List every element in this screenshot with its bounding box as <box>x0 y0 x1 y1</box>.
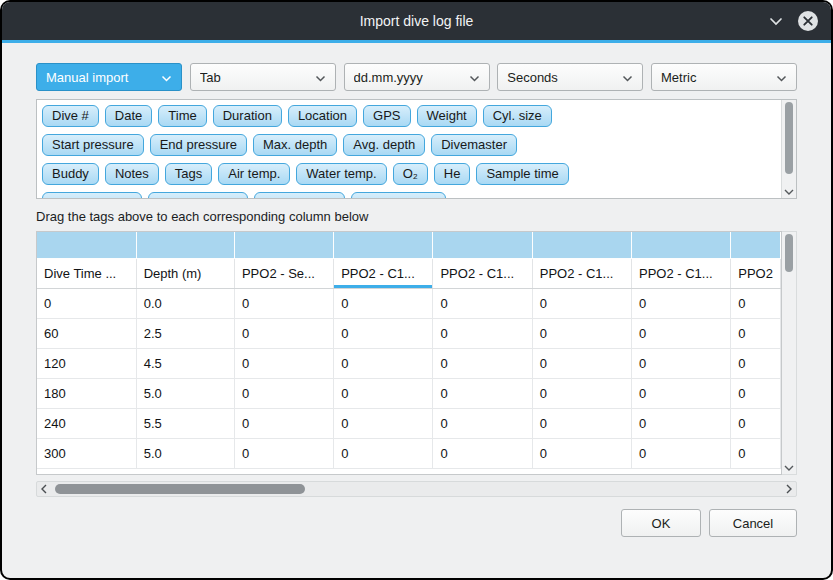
scroll-down-icon[interactable] <box>782 189 796 195</box>
table-cell: 0 <box>532 408 631 438</box>
table-cell: 0 <box>731 348 781 378</box>
drop-target-cell[interactable] <box>37 232 136 258</box>
table-horizontal-scrollbar[interactable] <box>36 481 797 497</box>
table-cell: 0 <box>433 408 532 438</box>
tag-water-temp[interactable]: Water temp. <box>296 163 386 185</box>
scroll-left-icon[interactable] <box>41 482 47 496</box>
tag-o[interactable]: O₂ <box>393 163 428 185</box>
preview-table-viewport: Dive Time ...Depth (m)PPO2 - Se...PPO2 -… <box>36 231 782 475</box>
table-cell: 5.0 <box>136 378 234 408</box>
combo-value: Manual import <box>46 70 155 85</box>
table-cell: 0 <box>334 288 433 318</box>
table-row: 602.5000000 <box>37 318 781 348</box>
instruction-text: Drag the tags above to each correspondin… <box>36 209 797 224</box>
tag-row: Sample depthSample temp.Sample pO₂Sample… <box>42 192 774 199</box>
table-row: 1204.5000000 <box>37 348 781 378</box>
table-row: 00.0000000 <box>37 288 781 318</box>
tag-avg-depth[interactable]: Avg. depth <box>343 134 425 156</box>
table-cell: 0 <box>433 438 532 468</box>
duration-format-select[interactable]: Seconds <box>497 63 643 91</box>
import-mode-select[interactable]: Manual import <box>36 63 182 91</box>
tag-end-pressure[interactable]: End pressure <box>150 134 247 156</box>
table-cell: 4.5 <box>136 348 234 378</box>
tag-duration[interactable]: Duration <box>213 105 282 127</box>
column-header: PPO2 - C1... <box>532 258 631 288</box>
table-vertical-scrollbar[interactable] <box>782 231 797 475</box>
table-cell: 0 <box>532 378 631 408</box>
table-cell: 0 <box>532 288 631 318</box>
field-separator-select[interactable]: Tab <box>190 63 336 91</box>
table-cell: 0 <box>433 288 532 318</box>
tag-divemaster[interactable]: Divemaster <box>431 134 517 156</box>
tag-sample-depth[interactable]: Sample depth <box>42 192 142 199</box>
units-select[interactable]: Metric <box>651 63 797 91</box>
column-header: Depth (m) <box>136 258 234 288</box>
column-header: PPO2 - C1... <box>433 258 532 288</box>
tag-sample-time[interactable]: Sample time <box>476 163 568 185</box>
column-header: PPO2 - C1... <box>632 258 731 288</box>
tag-time[interactable]: Time <box>158 105 206 127</box>
window-title: Import dive log file <box>360 13 474 29</box>
scroll-right-icon[interactable] <box>786 482 792 496</box>
tag-date[interactable]: Date <box>105 105 152 127</box>
drop-target-cell[interactable] <box>632 232 731 258</box>
table-cell: 0 <box>234 318 333 348</box>
scroll-down-icon[interactable] <box>782 465 796 471</box>
window-frame: Import dive log file Manual import Tab <box>0 0 833 580</box>
titlebar[interactable]: Import dive log file <box>2 2 831 40</box>
drop-target-cell[interactable] <box>234 232 333 258</box>
tag-buddy[interactable]: Buddy <box>42 163 99 185</box>
ok-button[interactable]: OK <box>621 509 701 537</box>
import-dive-log-dialog: Import dive log file Manual import Tab <box>2 2 831 578</box>
table-cell: 0 <box>433 378 532 408</box>
table-cell: 240 <box>37 408 136 438</box>
table-cell: 0 <box>731 288 781 318</box>
drop-target-cell[interactable] <box>136 232 234 258</box>
table-row: 2405.5000000 <box>37 408 781 438</box>
tag-tags[interactable]: Tags <box>165 163 212 185</box>
tag-pool-scrollbar[interactable] <box>781 100 796 198</box>
cancel-button[interactable]: Cancel <box>709 509 797 537</box>
tag-cyl-size[interactable]: Cyl. size <box>483 105 552 127</box>
date-format-select[interactable]: dd.mm.yyyy <box>344 63 490 91</box>
import-options-row: Manual import Tab dd.mm.yyyy Seconds Met… <box>36 63 797 91</box>
tag-sample-po[interactable]: Sample pO₂ <box>254 192 344 199</box>
table-cell: 0 <box>234 408 333 438</box>
table-cell: 0 <box>731 438 781 468</box>
table-cell: 0 <box>632 348 731 378</box>
table-cell: 120 <box>37 348 136 378</box>
tag-sample-temp[interactable]: Sample temp. <box>148 192 248 199</box>
drop-target-cell[interactable] <box>731 232 781 258</box>
table-cell: 0 <box>532 438 631 468</box>
titlebar-buttons <box>769 2 819 40</box>
tag-dive[interactable]: Dive # <box>42 105 99 127</box>
table-cell: 0 <box>433 348 532 378</box>
scrollbar-thumb[interactable] <box>785 102 793 174</box>
table-cell: 0 <box>234 378 333 408</box>
tag-sample-cns[interactable]: Sample CNS <box>351 192 446 199</box>
tag-start-pressure[interactable]: Start pressure <box>42 134 144 156</box>
tag-location[interactable]: Location <box>288 105 357 127</box>
tag-he[interactable]: He <box>434 163 471 185</box>
drop-target-row <box>37 232 781 258</box>
scrollbar-thumb[interactable] <box>55 484 305 494</box>
chevron-down-icon[interactable] <box>769 17 783 26</box>
tag-weight[interactable]: Weight <box>417 105 477 127</box>
tag-max-depth[interactable]: Max. depth <box>253 134 337 156</box>
header-row: Dive Time ...Depth (m)PPO2 - Se...PPO2 -… <box>37 258 781 288</box>
table-row: 1805.0000000 <box>37 378 781 408</box>
table-cell: 0 <box>234 288 333 318</box>
dialog-content: Manual import Tab dd.mm.yyyy Seconds Met… <box>2 43 831 578</box>
table-cell: 0 <box>632 438 731 468</box>
table-cell: 0 <box>334 408 433 438</box>
tag-notes[interactable]: Notes <box>105 163 159 185</box>
scrollbar-thumb[interactable] <box>785 234 793 272</box>
drop-target-cell[interactable] <box>334 232 433 258</box>
close-button[interactable] <box>797 10 819 32</box>
chevron-down-icon <box>161 70 172 85</box>
drop-target-cell[interactable] <box>433 232 532 258</box>
tag-gps[interactable]: GPS <box>363 105 410 127</box>
tag-air-temp[interactable]: Air temp. <box>218 163 290 185</box>
tag-row: Dive #DateTimeDurationLocationGPSWeightC… <box>42 105 774 127</box>
drop-target-cell[interactable] <box>532 232 631 258</box>
